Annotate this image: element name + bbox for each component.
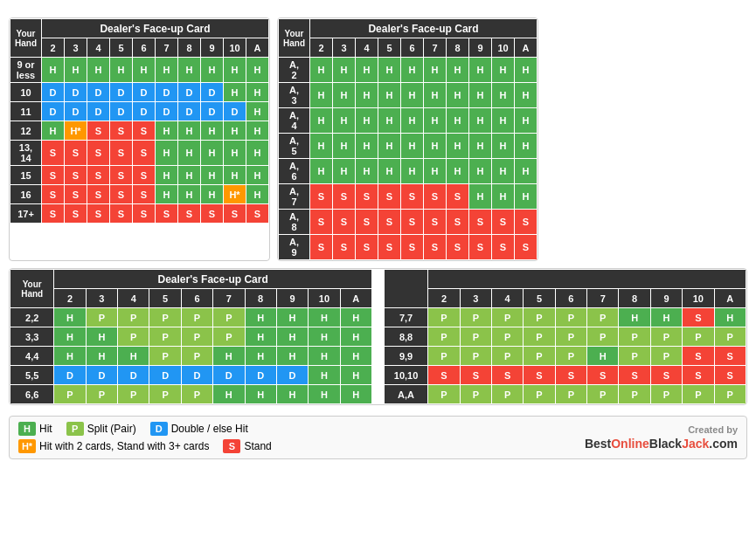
strategy-cell: S [133,141,156,166]
strategy-cell: P [86,385,117,404]
hand-label: 15 [10,166,42,185]
strategy-cell: H [201,121,224,141]
hand-label: 17+ [10,204,42,224]
strategy-cell: S [333,184,356,210]
dealer-card-header-r: 4 [491,289,523,308]
strategy-cell: D [156,83,178,102]
strategy-cell: D [86,366,117,385]
strategy-cell: S [87,185,110,204]
strategy-cell: H [340,385,371,404]
strategy-cell: S [133,166,156,185]
table-row: A,3HHHHHHHHHH [279,83,538,108]
table-row: 13,14SSSSSHHHHH [10,141,269,166]
strategy-cell: H [156,58,178,83]
dealer-card-header: 4 [87,38,110,58]
strategy-cell: S [133,204,156,224]
strategy-cell: H [201,58,224,83]
strategy-cell: S [224,204,246,224]
dealer-card-header: A [246,38,269,58]
strategy-cell: P [54,385,86,404]
table-row: 11DDDDDDDDDH [10,102,269,121]
strategy-cell: H [424,108,447,134]
strategy-cell-r: P [714,385,746,404]
dealer-card-header: 10 [309,289,340,308]
dealer-header: Dealer's Face-up Card [42,19,269,38]
strategy-cell-r: S [524,366,555,385]
strategy-cell: H [492,159,515,184]
dealer-card-header: 4 [356,38,378,58]
strategy-cell: H [224,166,246,185]
strategy-cell: S [424,184,447,210]
table-row: 10DDDDDDDDHH [10,83,269,102]
strategy-cell-r: P [650,327,682,347]
created-by-text: Created by [585,424,738,435]
strategy-cell: S [65,204,87,224]
strategy-cell: H [246,102,269,121]
strategy-cell: P [181,347,212,366]
strategy-cell-r: P [428,385,460,404]
dealer-card-header-r: 9 [650,289,682,308]
strategy-cell: H [333,58,356,83]
strategy-cell-r: S [714,366,746,385]
brand-name: BestOnlineBlackJack.com [585,437,738,451]
legend-left: H Hit P Split (Pair) D Double / else Hit… [18,422,272,453]
strategy-cell: P [149,385,181,404]
strategy-cell: D [213,366,245,385]
dealer-card-header: 7 [424,38,447,58]
strategy-cell: P [149,327,181,347]
strategy-cell: S [356,184,378,210]
strategy-cell-r: H [714,308,746,327]
strategy-cell: H [401,159,424,184]
strategy-cell: H [156,141,178,166]
strategy-cell: P [86,308,117,327]
strategy-cell-r: P [491,308,523,327]
strategy-cell: H [213,385,245,404]
hand-label: A,7 [279,184,310,210]
strategy-cell-r: H [650,308,682,327]
strategy-cell: S [447,184,469,210]
strategy-cell: P [181,385,212,404]
strategy-cell-r: P [650,385,682,404]
table-row: 15SSSSSHHHHH [10,166,269,185]
strategy-cell: H [178,141,201,166]
strategy-cell: S [424,235,447,260]
strategy-cell-r: P [460,308,491,327]
strategy-cell: S [378,235,401,260]
strategy-cell-r: P [555,308,586,327]
strategy-cell: H [310,108,333,134]
strategy-cell-r: P [460,327,491,347]
strategy-cell: H [447,108,469,134]
hand-label: A,9 [279,235,310,260]
strategy-cell-r: P [524,347,555,366]
strategy-cell: S [469,210,492,235]
strategy-cell-r: P [683,385,714,404]
strategy-cell: H [133,58,156,83]
strategy-cell: H [447,159,469,184]
strategy-cell-r: S [619,366,650,385]
strategy-cell: H [492,134,515,159]
dealer-card-header-r: 5 [524,289,555,308]
table-row: 17+SSSSSSSSSS [10,204,269,224]
hand-label-r: A,A [384,385,427,404]
strategy-cell: H [42,58,65,83]
hand-label: 10 [10,83,42,102]
strategy-cell: S [42,185,65,204]
hstar-box: H* [18,439,36,453]
dealer-card-header: 5 [378,38,401,58]
strategy-cell: P [181,327,212,347]
dealer-card-header: A [515,38,538,58]
strategy-cell: P [118,308,149,327]
strategy-cell: H [178,166,201,185]
strategy-cell: H [309,327,340,347]
legend-double: D Double / else Hit [150,422,248,436]
legend-hit: H Hit [18,422,52,436]
strategy-cell: H [178,185,201,204]
strategy-cell: H [246,58,269,83]
strategy-cell: H [356,108,378,134]
strategy-cell-r: S [491,366,523,385]
your-hand-header: YourHand [10,19,42,58]
strategy-cell: H [245,308,276,327]
strategy-cell: S [401,235,424,260]
dealer-card-header-r: A [714,289,746,308]
strategy-cell: S [356,210,378,235]
